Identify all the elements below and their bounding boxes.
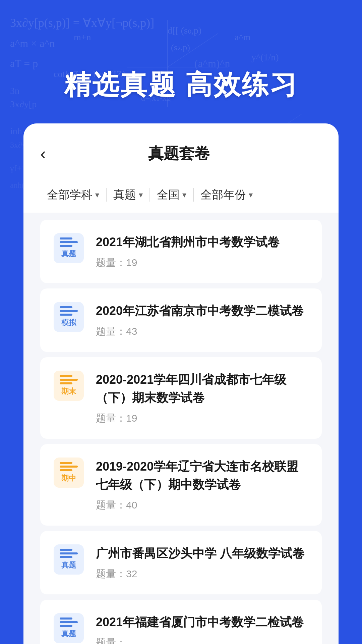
item-content: 2020年江苏省南京市中考数学二模试卷 题量：43 [96, 302, 308, 338]
item-title: 2019-2020学年辽宁省大连市名校联盟七年级（下）期中数学试卷 [96, 458, 308, 494]
item-title: 2020年江苏省南京市中考数学二模试卷 [96, 302, 308, 320]
filter-region-label: 全国 [157, 187, 180, 203]
badge-line [60, 314, 72, 316]
item-meta: 题量：32 [96, 567, 308, 581]
back-button[interactable]: ‹ [40, 140, 53, 167]
filter-region-arrow: ▾ [182, 190, 186, 200]
filter-region[interactable]: 全国 ▾ [150, 187, 193, 203]
item-title: 2021年湖北省荆州市中考数学试卷 [96, 233, 308, 251]
item-title: 2021年福建省厦门市中考数学二检试卷 [96, 613, 308, 631]
filter-type-label: 真题 [113, 187, 136, 203]
badge-line [60, 245, 72, 247]
item-content: 广州市番禺区沙头中学 八年级数学试卷 题量：32 [96, 544, 308, 581]
badge-label: 真题 [61, 249, 76, 259]
badge-line [60, 382, 72, 384]
item-content: 2020-2021学年四川省成都市七年级（下）期末数学试卷 题量：19 [96, 371, 308, 425]
item-meta: 题量：40 [96, 498, 308, 512]
card-header: ‹ 真题套卷 [23, 123, 339, 177]
item-meta: 题量：19 [96, 412, 308, 425]
filter-year-label: 全部年份 [200, 187, 246, 203]
item-meta: 题量：43 [96, 325, 308, 338]
item-meta: 题量：19 [96, 256, 308, 270]
badge-lines [60, 375, 78, 384]
badge-line [60, 552, 78, 554]
badge-label: 期中 [61, 473, 76, 483]
badge-qimo: 期末 [54, 371, 84, 401]
list-item[interactable]: 真题 2021年福建省厦门市中考数学二检试卷 题量： [40, 600, 322, 644]
list-item[interactable]: 期末 2020-2021学年四川省成都市七年级（下）期末数学试卷 题量：19 [40, 357, 322, 439]
main-card: ‹ 真题套卷 全部学科 ▾ 真题 ▾ 全国 ▾ 全部年份 ▾ [23, 123, 339, 644]
hero-title: 精选真题 高效练习 [0, 0, 362, 103]
filter-bar: 全部学科 ▾ 真题 ▾ 全国 ▾ 全部年份 ▾ [23, 177, 339, 213]
item-title: 2020-2021学年四川省成都市七年级（下）期末数学试卷 [96, 371, 308, 407]
svg-text:inh: inh [10, 126, 22, 136]
badge-line [60, 310, 78, 312]
filter-year-arrow: ▾ [249, 190, 253, 200]
badge-line [60, 379, 78, 381]
item-content: 2021年福建省厦门市中考数学二检试卷 题量： [96, 613, 308, 644]
badge-line [60, 625, 72, 627]
badge-line [60, 549, 72, 551]
badge-lines [60, 618, 78, 627]
filter-year[interactable]: 全部年份 ▾ [194, 187, 259, 203]
filter-type-arrow: ▾ [139, 190, 143, 200]
badge-line [60, 621, 78, 623]
badge-moni: 模拟 [54, 302, 84, 332]
badge-label: 真题 [61, 629, 76, 639]
filter-subject-label: 全部学科 [47, 187, 93, 203]
badge-line [60, 306, 72, 308]
card-title: 真题套卷 [53, 143, 322, 164]
badge-label: 真题 [61, 560, 76, 570]
badge-lines [60, 306, 78, 316]
badge-line [60, 469, 72, 471]
badge-label: 期末 [61, 386, 76, 396]
badge-line [60, 462, 72, 464]
item-content: 2019-2020学年辽宁省大连市名校联盟七年级（下）期中数学试卷 题量：40 [96, 458, 308, 512]
list-item[interactable]: 期中 2019-2020学年辽宁省大连市名校联盟七年级（下）期中数学试卷 题量：… [40, 444, 322, 526]
badge-qizhong: 期中 [54, 458, 84, 488]
list-item[interactable]: 真题 2021年湖北省荆州市中考数学试卷 题量：19 [40, 220, 322, 283]
badge-line [60, 466, 78, 468]
badge-lines [60, 237, 78, 247]
badge-lines [60, 462, 78, 471]
badge-zhenti: 真题 [54, 233, 84, 263]
badge-line [60, 556, 72, 558]
item-title: 广州市番禺区沙头中学 八年级数学试卷 [96, 544, 308, 562]
filter-type[interactable]: 真题 ▾ [107, 187, 149, 203]
badge-label: 模拟 [61, 318, 76, 328]
filter-subject[interactable]: 全部学科 ▾ [40, 187, 106, 203]
list-item[interactable]: 模拟 2020年江苏省南京市中考数学二模试卷 题量：43 [40, 288, 322, 352]
badge-line [60, 375, 72, 377]
list-item[interactable]: 真题 广州市番禺区沙头中学 八年级数学试卷 题量：32 [40, 531, 322, 594]
item-content: 2021年湖北省荆州市中考数学试卷 题量：19 [96, 233, 308, 270]
badge-zhenti: 真题 [54, 544, 84, 575]
item-meta: 题量： [96, 636, 308, 644]
badge-line [60, 618, 72, 620]
exam-list: 真题 2021年湖北省荆州市中考数学试卷 题量：19 模拟 2020年江苏省南 [23, 213, 339, 644]
badge-lines [60, 549, 78, 558]
filter-subject-arrow: ▾ [95, 190, 99, 200]
badge-line [60, 237, 72, 239]
badge-zhenti: 真题 [54, 613, 84, 643]
badge-line [60, 241, 78, 243]
